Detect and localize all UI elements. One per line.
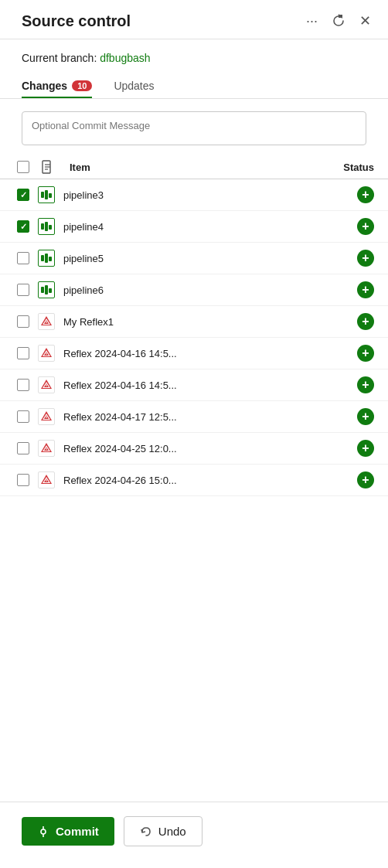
item-column-header: Item <box>70 162 322 173</box>
status-badge: + <box>357 281 374 298</box>
tab-changes[interactable]: Changes 10 <box>22 73 92 98</box>
branch-label: Current branch: <box>22 52 97 64</box>
pipeline-icon <box>36 218 57 235</box>
branch-name: dfbugbash <box>100 52 150 64</box>
file-list: pipeline3+ pipeline4+ pipeline5+ <box>0 179 388 802</box>
pipeline-file-icon <box>38 250 55 267</box>
status-badge: + <box>357 376 374 393</box>
svg-rect-6 <box>45 190 48 199</box>
changes-badge: 10 <box>72 80 92 91</box>
reflex-icon <box>36 376 57 393</box>
more-icon: ··· <box>306 13 318 29</box>
file-checkbox-7[interactable] <box>17 379 29 391</box>
undo-button[interactable]: Undo <box>124 816 203 846</box>
branch-section: Current branch: dfbugbash <box>0 39 388 70</box>
panel-title: Source control <box>22 12 303 30</box>
more-button[interactable]: ··· <box>303 12 321 31</box>
header: Source control ··· ✕ <box>0 0 388 39</box>
file-checkbox-9[interactable] <box>17 442 29 454</box>
file-name: pipeline5 <box>63 253 351 264</box>
file-name: Reflex 2024-04-26 15:0... <box>63 475 351 486</box>
file-checkbox-2[interactable] <box>17 220 29 233</box>
status-badge: + <box>357 218 374 235</box>
pipeline-icon <box>36 281 57 298</box>
reflex-file-icon <box>38 408 55 425</box>
file-icon-header <box>42 160 63 174</box>
svg-rect-5 <box>41 192 44 198</box>
list-item: Reflex 2024-04-17 12:5...+ <box>0 401 388 433</box>
list-item: My Reflex1+ <box>0 306 388 338</box>
reflex-icon <box>36 408 57 425</box>
tab-changes-label: Changes <box>22 80 67 92</box>
svg-rect-10 <box>49 225 52 230</box>
tab-updates[interactable]: Updates <box>114 73 154 98</box>
file-name: My Reflex1 <box>63 316 351 328</box>
header-icons: ··· ✕ <box>303 11 374 31</box>
header-checkbox[interactable] <box>17 161 29 173</box>
svg-rect-11 <box>41 255 44 261</box>
file-checkbox-4[interactable] <box>17 284 29 296</box>
file-name: pipeline3 <box>63 189 351 201</box>
reflex-file-icon <box>38 471 55 488</box>
file-name: Reflex 2024-04-16 14:5... <box>63 348 351 359</box>
tabs-bar: Changes 10 Updates <box>0 73 388 99</box>
list-item: Reflex 2024-04-25 12:0...+ <box>0 433 388 465</box>
svg-rect-9 <box>45 222 48 231</box>
file-checkbox-6[interactable] <box>17 347 29 359</box>
status-column-header: Status <box>328 162 374 173</box>
select-all-checkbox[interactable] <box>17 161 36 173</box>
reflex-file-icon <box>38 376 55 393</box>
file-checkbox-8[interactable] <box>17 410 29 423</box>
svg-rect-7 <box>49 193 52 198</box>
table-header: Item Status <box>0 154 388 179</box>
status-badge: + <box>357 345 374 362</box>
file-name: Reflex 2024-04-17 12:5... <box>63 411 351 423</box>
commit-message-section <box>0 99 388 154</box>
file-checkbox-10[interactable] <box>17 474 29 486</box>
file-checkbox-1[interactable] <box>17 189 29 201</box>
undo-label: Undo <box>158 825 186 838</box>
list-item: pipeline6+ <box>0 274 388 306</box>
status-badge: + <box>357 186 374 203</box>
list-item: Reflex 2024-04-16 14:5...+ <box>0 338 388 369</box>
status-badge: + <box>357 471 374 488</box>
list-item: pipeline5+ <box>0 243 388 274</box>
svg-rect-16 <box>49 288 52 293</box>
file-checkbox-3[interactable] <box>17 252 29 264</box>
reflex-icon <box>36 440 57 457</box>
source-control-panel: Source control ··· ✕ Current branch: <box>0 0 388 868</box>
commit-label: Commit <box>56 825 99 838</box>
svg-rect-8 <box>41 223 44 230</box>
status-badge: + <box>357 313 374 330</box>
list-item: pipeline4+ <box>0 211 388 243</box>
reflex-file-icon <box>38 440 55 457</box>
file-name: Reflex 2024-04-25 12:0... <box>63 443 351 454</box>
close-icon: ✕ <box>359 13 371 29</box>
refresh-button[interactable] <box>328 12 349 29</box>
svg-rect-13 <box>49 257 52 261</box>
pipeline-file-icon <box>38 186 55 203</box>
commit-button[interactable]: Commit <box>22 817 114 846</box>
refresh-icon <box>332 14 345 28</box>
reflex-file-icon <box>38 345 55 362</box>
close-button[interactable]: ✕ <box>356 11 374 31</box>
status-badge: + <box>357 440 374 457</box>
pipeline-file-icon <box>38 218 55 235</box>
svg-rect-12 <box>45 254 48 263</box>
pipeline-icon <box>36 186 57 203</box>
svg-rect-14 <box>41 287 44 293</box>
list-item: pipeline3+ <box>0 179 388 211</box>
file-name: pipeline4 <box>63 221 351 233</box>
reflex-icon <box>36 345 57 362</box>
svg-point-41 <box>41 829 46 834</box>
file-name: pipeline6 <box>63 284 351 296</box>
file-checkbox-5[interactable] <box>17 315 29 328</box>
svg-rect-15 <box>45 285 48 294</box>
commit-icon <box>37 825 49 838</box>
status-badge: + <box>357 250 374 267</box>
pipeline-icon <box>36 250 57 267</box>
commit-message-input[interactable] <box>22 111 366 145</box>
file-name: Reflex 2024-04-16 14:5... <box>63 380 351 391</box>
tab-updates-label: Updates <box>114 80 154 92</box>
reflex-icon <box>36 313 57 330</box>
